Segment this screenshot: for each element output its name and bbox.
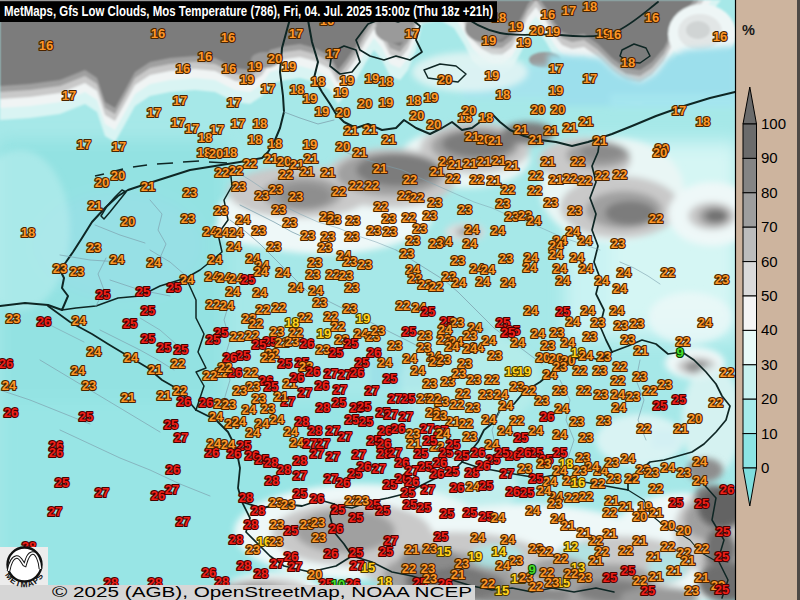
svg-text:27: 27 bbox=[350, 558, 364, 573]
svg-text:24: 24 bbox=[220, 298, 235, 313]
svg-text:26: 26 bbox=[151, 488, 165, 503]
svg-text:24: 24 bbox=[526, 503, 541, 518]
svg-text:23: 23 bbox=[345, 229, 359, 244]
svg-text:23: 23 bbox=[685, 583, 699, 598]
svg-text:23: 23 bbox=[255, 188, 269, 203]
svg-text:25: 25 bbox=[553, 445, 567, 460]
svg-text:0: 0 bbox=[761, 459, 769, 476]
svg-text:23: 23 bbox=[570, 414, 584, 429]
svg-text:23: 23 bbox=[406, 426, 420, 441]
svg-text:22: 22 bbox=[272, 300, 286, 315]
svg-text:80: 80 bbox=[761, 184, 778, 201]
svg-text:22: 22 bbox=[244, 365, 258, 380]
svg-text:27: 27 bbox=[384, 407, 398, 422]
svg-text:21: 21 bbox=[647, 549, 661, 564]
svg-text:23: 23 bbox=[358, 257, 372, 272]
svg-text:22: 22 bbox=[571, 154, 585, 169]
svg-text:24: 24 bbox=[553, 427, 568, 442]
svg-text:25: 25 bbox=[349, 510, 363, 525]
svg-text:14: 14 bbox=[492, 544, 507, 559]
svg-text:26: 26 bbox=[315, 378, 329, 393]
svg-text:22: 22 bbox=[256, 302, 270, 317]
svg-text:22: 22 bbox=[396, 298, 410, 313]
svg-text:24: 24 bbox=[524, 303, 539, 318]
svg-text:23: 23 bbox=[270, 324, 284, 339]
svg-text:23: 23 bbox=[509, 553, 523, 568]
svg-text:28: 28 bbox=[293, 453, 307, 468]
svg-text:24: 24 bbox=[529, 423, 544, 438]
svg-text:19: 19 bbox=[509, 19, 523, 34]
svg-text:23: 23 bbox=[545, 575, 559, 590]
svg-text:21: 21 bbox=[487, 173, 501, 188]
svg-text:21: 21 bbox=[477, 154, 491, 169]
svg-text:21: 21 bbox=[451, 567, 465, 582]
svg-text:20: 20 bbox=[462, 103, 476, 118]
svg-text:26: 26 bbox=[0, 356, 13, 371]
svg-text:23: 23 bbox=[423, 376, 437, 391]
svg-text:%: % bbox=[742, 22, 755, 38]
svg-text:23: 23 bbox=[645, 465, 659, 480]
svg-text:23: 23 bbox=[289, 189, 303, 204]
svg-text:18: 18 bbox=[583, 0, 597, 14]
svg-text:24: 24 bbox=[276, 265, 291, 280]
svg-text:23: 23 bbox=[535, 393, 549, 408]
svg-text:25: 25 bbox=[479, 478, 493, 493]
svg-text:17: 17 bbox=[62, 88, 76, 103]
svg-text:24: 24 bbox=[476, 274, 491, 289]
svg-text:21: 21 bbox=[88, 198, 102, 213]
svg-text:17: 17 bbox=[261, 81, 275, 96]
svg-text:23: 23 bbox=[463, 328, 477, 343]
svg-text:21: 21 bbox=[353, 145, 367, 160]
svg-text:23: 23 bbox=[605, 455, 619, 470]
svg-text:26: 26 bbox=[476, 458, 490, 473]
svg-text:20: 20 bbox=[761, 390, 778, 407]
svg-text:24: 24 bbox=[2, 378, 17, 393]
svg-text:25: 25 bbox=[715, 549, 729, 564]
svg-text:28: 28 bbox=[254, 566, 268, 581]
svg-text:25: 25 bbox=[715, 582, 729, 597]
svg-text:22: 22 bbox=[481, 576, 495, 591]
svg-text:24: 24 bbox=[246, 425, 261, 440]
svg-text:24: 24 bbox=[147, 255, 162, 270]
svg-text:25: 25 bbox=[417, 500, 431, 515]
svg-text:22: 22 bbox=[332, 184, 346, 199]
svg-text:23: 23 bbox=[82, 378, 96, 393]
svg-text:22: 22 bbox=[171, 356, 185, 371]
svg-text:23: 23 bbox=[591, 315, 605, 330]
svg-text:18: 18 bbox=[21, 225, 35, 240]
svg-text:24: 24 bbox=[463, 236, 478, 251]
svg-text:20: 20 bbox=[358, 96, 372, 111]
svg-text:22: 22 bbox=[564, 566, 578, 581]
svg-text:23: 23 bbox=[270, 517, 284, 532]
svg-text:24: 24 bbox=[549, 247, 564, 262]
svg-text:24: 24 bbox=[523, 260, 538, 275]
svg-text:27: 27 bbox=[326, 423, 340, 438]
svg-text:18: 18 bbox=[311, 74, 325, 89]
svg-text:21: 21 bbox=[593, 133, 607, 148]
svg-text:26: 26 bbox=[329, 521, 343, 536]
svg-text:50: 50 bbox=[761, 287, 778, 304]
svg-text:28: 28 bbox=[244, 517, 258, 532]
svg-text:23: 23 bbox=[467, 372, 481, 387]
svg-text:25: 25 bbox=[520, 485, 534, 500]
svg-text:25: 25 bbox=[376, 503, 390, 518]
svg-text:21: 21 bbox=[448, 157, 462, 172]
svg-text:26: 26 bbox=[166, 462, 180, 477]
svg-text:25: 25 bbox=[653, 398, 667, 413]
svg-text:23: 23 bbox=[633, 369, 647, 384]
svg-text:22: 22 bbox=[446, 171, 460, 186]
svg-text:23: 23 bbox=[578, 570, 592, 585]
svg-text:23: 23 bbox=[313, 295, 327, 310]
svg-text:24: 24 bbox=[215, 225, 230, 240]
svg-text:16: 16 bbox=[198, 49, 212, 64]
svg-text:21: 21 bbox=[681, 553, 695, 568]
svg-text:19: 19 bbox=[485, 68, 499, 83]
svg-text:25: 25 bbox=[669, 495, 683, 510]
svg-text:23: 23 bbox=[281, 497, 295, 512]
svg-text:24: 24 bbox=[253, 285, 268, 300]
svg-text:26: 26 bbox=[517, 445, 531, 460]
svg-text:27: 27 bbox=[270, 556, 284, 571]
svg-text:27: 27 bbox=[48, 504, 62, 519]
svg-text:23: 23 bbox=[252, 223, 266, 238]
svg-text:17: 17 bbox=[326, 46, 340, 61]
